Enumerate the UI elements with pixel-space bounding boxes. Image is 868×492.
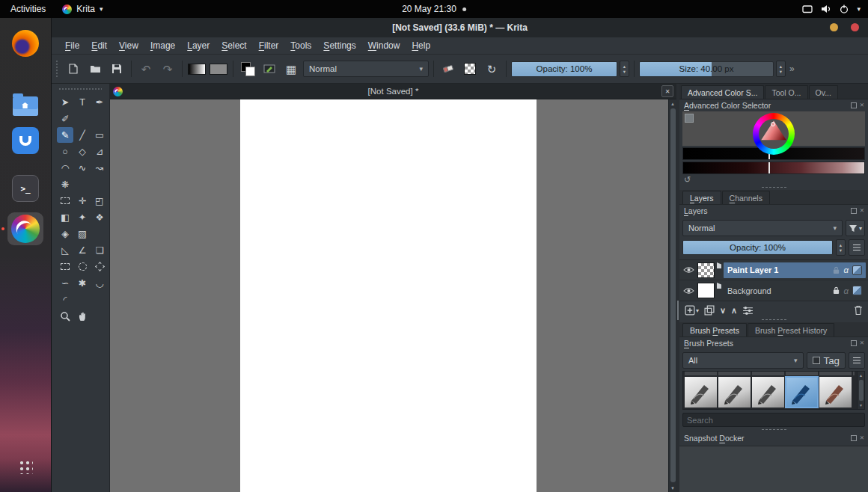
tab-advanced-color-selector[interactable]: Advanced Color S... <box>681 85 764 99</box>
redo-button[interactable]: ↷ <box>158 59 177 79</box>
close-docker-icon[interactable]: ✕ <box>860 340 864 346</box>
menu-window[interactable]: Window <box>362 39 406 52</box>
tab-tool-options[interactable]: Tool O... <box>765 85 807 99</box>
menu-filter[interactable]: Filter <box>253 39 285 52</box>
color-selector-settings-button[interactable] <box>685 114 694 123</box>
brush-size-slider[interactable]: Size: 40.00 px <box>639 61 774 77</box>
tool-crop[interactable]: ◰ <box>91 193 108 209</box>
tool-enclose-fill[interactable]: ▨ <box>74 226 91 242</box>
brush-preset[interactable] <box>752 377 784 408</box>
tool-color-sampler[interactable]: ✦ <box>74 209 91 225</box>
tool-smart-patch[interactable]: ❖ <box>91 209 108 225</box>
pattern-chooser-button[interactable] <box>209 59 228 79</box>
scroll-up-icon[interactable]: ▲ <box>670 102 675 106</box>
tool-freehand-brush[interactable]: ✎ <box>57 127 73 143</box>
brush-preset-selected[interactable] <box>786 377 818 408</box>
menu-tools[interactable]: Tools <box>284 39 317 52</box>
delete-layer-button[interactable] <box>854 305 863 316</box>
save-button[interactable] <box>107 59 126 79</box>
docker-resize-handle[interactable] <box>679 185 868 190</box>
menu-layer[interactable]: Layer <box>181 39 216 52</box>
tool-multibrush[interactable]: ❋ <box>57 176 73 192</box>
float-docker-icon[interactable] <box>851 208 857 214</box>
layer-properties-button[interactable] <box>742 306 754 316</box>
tool-similar-color-selection[interactable]: ✱ <box>74 275 91 291</box>
layer-thumbnail[interactable] <box>697 283 715 298</box>
tool-move[interactable]: ✛ <box>74 193 91 209</box>
tool-transform[interactable] <box>57 193 73 209</box>
tool-polyline[interactable]: ⊿ <box>91 144 108 159</box>
preset-view-options-button[interactable] <box>849 352 865 369</box>
eraser-mode-button[interactable] <box>438 59 458 79</box>
refresh-icon[interactable]: ↺ <box>684 175 691 185</box>
tool-dynamic-brush[interactable]: ↝ <box>91 160 108 176</box>
spin-up-icon[interactable]: ▴ <box>780 64 782 69</box>
layer-opacity-spinbox[interactable]: ▴ ▾ <box>836 239 846 256</box>
minimize-button[interactable] <box>830 23 838 31</box>
firefox-launcher[interactable] <box>7 27 43 60</box>
layer-thumbnail[interactable] <box>697 262 715 278</box>
layer-style-chip[interactable] <box>852 265 862 275</box>
tool-line[interactable]: ╱ <box>74 127 91 143</box>
menu-edit[interactable]: Edit <box>85 39 113 52</box>
float-docker-icon[interactable] <box>851 340 857 346</box>
spin-down-icon[interactable]: ▾ <box>623 69 626 74</box>
layer-blending-mode-combobox[interactable]: Normal ▾ <box>682 220 843 236</box>
layer-visibility-button[interactable] <box>682 287 695 295</box>
tool-rectangle[interactable]: ▭ <box>91 127 108 143</box>
files-launcher[interactable] <box>7 90 43 123</box>
docker-splitter[interactable] <box>676 84 679 492</box>
scrollbar-thumb[interactable] <box>859 380 864 401</box>
layer-style-chip[interactable] <box>852 286 862 295</box>
layer-row-main[interactable]: Background α <box>724 283 866 298</box>
tag-filter-combobox[interactable]: All ▾ <box>682 352 804 369</box>
brush-preset[interactable] <box>685 377 717 408</box>
duplicate-layer-button[interactable] <box>704 305 715 316</box>
tool-reference-images[interactable]: ❏ <box>91 242 108 258</box>
terminal-launcher[interactable]: >_ <box>7 172 43 205</box>
tool-polygon[interactable]: ◇ <box>74 144 91 159</box>
gradient-chooser-button[interactable] <box>187 59 207 79</box>
tool-ellipse[interactable]: ○ <box>57 144 73 159</box>
menu-image[interactable]: Image <box>144 39 181 52</box>
menu-file[interactable]: File <box>59 39 85 52</box>
tool-bezier-curve[interactable]: ◠ <box>57 160 73 176</box>
canvas-viewport[interactable]: ▲ ▼ <box>110 99 676 492</box>
layer-filter-button[interactable]: ▾ <box>846 220 865 236</box>
layer-name[interactable]: Background <box>727 286 829 295</box>
canvas[interactable] <box>240 99 537 492</box>
toolbar-grip[interactable] <box>55 60 59 78</box>
tool-polygonal-selection[interactable] <box>91 259 108 274</box>
preset-scrollbar[interactable]: ▲ ▼ <box>857 372 864 409</box>
preserve-alpha-button[interactable] <box>460 59 480 79</box>
brush-editor-button[interactable] <box>260 59 279 79</box>
tab-layers[interactable]: Layers <box>682 191 721 204</box>
show-applications-button[interactable] <box>7 450 43 483</box>
toolbar-overflow-button[interactable]: » <box>789 64 795 74</box>
tool-elliptical-selection[interactable] <box>74 259 91 274</box>
tab-channels[interactable]: Channels <box>722 191 770 204</box>
toolbox-drag-handle[interactable] <box>58 87 102 90</box>
tab-brush-presets[interactable]: Brush Presets <box>682 323 747 336</box>
color-wheel[interactable] <box>753 113 795 155</box>
spin-up-icon[interactable]: ▴ <box>840 242 842 247</box>
menu-help[interactable]: Help <box>406 39 436 52</box>
add-layer-button[interactable]: ▾ <box>685 305 699 316</box>
menu-select[interactable]: Select <box>216 39 252 52</box>
brush-preset[interactable] <box>718 377 751 408</box>
layer-row[interactable]: Paint Layer 1 α <box>679 260 868 280</box>
document-close-button[interactable]: ✕ <box>661 85 673 97</box>
tool-zoom[interactable] <box>57 308 73 324</box>
opacity-spinbox[interactable]: ▴ ▾ <box>620 61 629 77</box>
docker-resize-handle[interactable] <box>679 317 868 322</box>
menu-settings[interactable]: Settings <box>317 39 361 52</box>
spin-up-icon[interactable]: ▴ <box>623 64 626 69</box>
close-docker-icon[interactable]: ✕ <box>860 208 864 214</box>
tool-freehand-selection[interactable]: ∽ <box>57 275 73 291</box>
alpha-lock-icon[interactable]: α <box>843 286 849 295</box>
scrollbar-thumb[interactable] <box>670 108 676 482</box>
undo-button[interactable]: ↶ <box>136 59 156 79</box>
preset-search-input[interactable] <box>682 413 865 427</box>
tool-rectangular-selection[interactable] <box>57 259 73 274</box>
foreground-background-colors-button[interactable] <box>238 59 257 79</box>
